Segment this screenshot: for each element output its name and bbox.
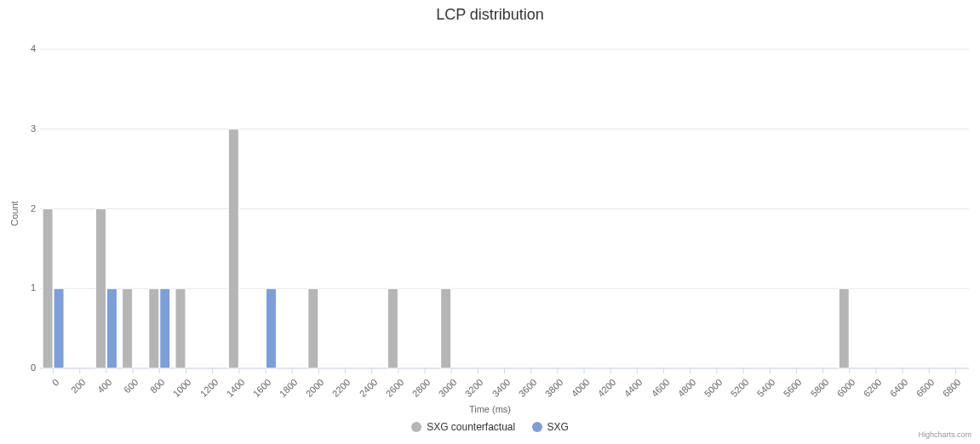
x-tick-label: 2600 xyxy=(383,377,405,399)
x-tick-label: 5800 xyxy=(808,377,830,399)
x-tick-label: 3400 xyxy=(490,377,512,399)
x-tick-label: 1000 xyxy=(171,377,193,399)
legend-item-sxg[interactable]: SXG xyxy=(532,421,569,433)
x-tick-label: 1200 xyxy=(198,377,220,399)
x-tick-label: 800 xyxy=(148,377,166,395)
bar[interactable] xyxy=(308,288,318,368)
bar[interactable] xyxy=(106,288,117,368)
credits-link[interactable]: Highcharts.com xyxy=(918,430,971,439)
x-tick-label: 2400 xyxy=(357,377,379,399)
bar[interactable] xyxy=(54,288,64,368)
x-tick-label: 600 xyxy=(122,377,140,395)
legend-label: SXG counterfactual xyxy=(427,421,515,433)
bar[interactable] xyxy=(175,288,186,368)
x-tick-label: 2200 xyxy=(330,377,352,399)
x-tick-label: 3600 xyxy=(516,377,538,399)
bar[interactable] xyxy=(43,209,53,369)
x-tick-label: 6800 xyxy=(941,377,963,399)
y-tick-label: 0 xyxy=(10,362,36,373)
x-tick-label: 200 xyxy=(69,377,87,395)
legend-item-sxg-counterfactual[interactable]: SXG counterfactual xyxy=(411,421,515,433)
x-tick-label: 6400 xyxy=(888,377,910,399)
x-tick-label: 400 xyxy=(95,377,113,395)
x-tick-label: 1600 xyxy=(251,377,273,399)
x-tick-label: 6000 xyxy=(834,377,857,399)
bar[interactable] xyxy=(266,288,276,368)
plot-area xyxy=(40,49,969,368)
legend: SXG counterfactual SXG xyxy=(0,421,980,435)
bar[interactable] xyxy=(95,209,106,369)
x-tick-label: 2800 xyxy=(410,377,433,399)
x-tick-label: 4000 xyxy=(570,377,592,399)
bar[interactable] xyxy=(839,288,849,368)
x-tick-label: 1400 xyxy=(224,377,246,399)
x-tick-label: 4800 xyxy=(675,377,697,399)
x-tick-label: 5400 xyxy=(755,377,777,399)
y-tick-label: 4 xyxy=(10,43,36,54)
x-tick-label: 6600 xyxy=(914,377,937,399)
legend-swatch-icon xyxy=(411,422,421,432)
legend-label: SXG xyxy=(547,421,569,433)
x-tick-label: 0 xyxy=(49,377,60,388)
x-tick-label: 4600 xyxy=(649,377,671,399)
x-tick-label: 3200 xyxy=(463,377,485,399)
x-tick-label: 4400 xyxy=(622,377,645,399)
bar[interactable] xyxy=(441,288,451,368)
bar[interactable] xyxy=(123,288,133,368)
bar[interactable] xyxy=(387,288,398,368)
plot-svg xyxy=(40,49,969,368)
y-tick-label: 3 xyxy=(10,123,36,134)
x-tick-label: 1800 xyxy=(278,377,300,399)
x-tick-label: 5600 xyxy=(782,377,804,399)
bar[interactable] xyxy=(228,129,238,368)
bar[interactable] xyxy=(160,288,170,368)
x-tick-label: 6200 xyxy=(862,377,884,399)
x-tick-label: 2000 xyxy=(304,377,326,399)
legend-swatch-icon xyxy=(532,422,542,432)
bar[interactable] xyxy=(149,288,159,368)
x-tick-label: 5200 xyxy=(729,377,751,399)
x-tick-label: 3800 xyxy=(543,377,565,399)
x-tick-label: 3000 xyxy=(437,377,459,399)
y-tick-label: 1 xyxy=(10,282,36,293)
x-tick-label: 4200 xyxy=(596,377,618,399)
chart-title: LCP distribution xyxy=(0,6,980,24)
x-tick-label: 5000 xyxy=(702,377,725,399)
x-axis-title: Time (ms) xyxy=(0,404,980,414)
y-tick-label: 2 xyxy=(10,203,36,213)
chart-container: LCP distribution Count 01234 02004006008… xyxy=(0,0,980,444)
